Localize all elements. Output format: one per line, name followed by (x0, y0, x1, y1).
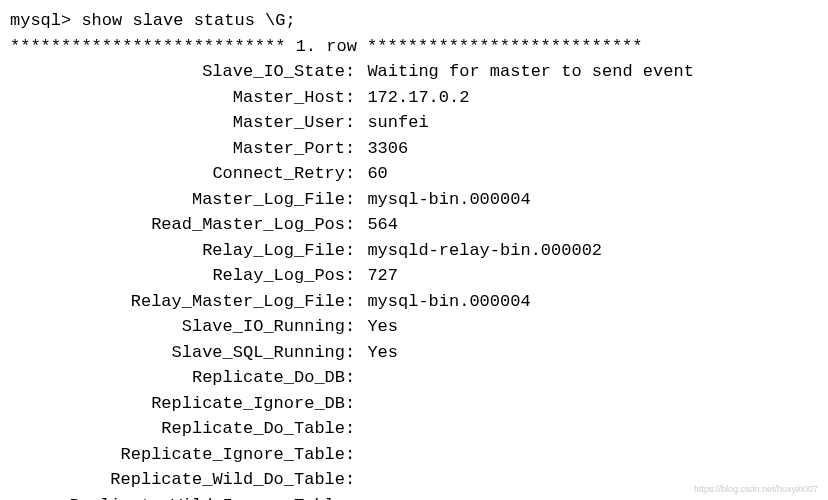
status-row: Master_Log_File: mysql-bin.000004 (10, 187, 818, 213)
status-key: Master_Log_File (10, 187, 345, 213)
status-separator: : (345, 110, 367, 136)
status-separator: : (345, 340, 367, 366)
status-value: sunfei (367, 110, 428, 136)
status-key: Connect_Retry (10, 161, 345, 187)
watermark: https://blog.csdn.net/huxyin007 (694, 483, 818, 497)
status-value: 60 (367, 161, 387, 187)
status-row: Slave_IO_Running: Yes (10, 314, 818, 340)
status-separator: : (345, 391, 367, 417)
status-separator: : (345, 493, 367, 501)
status-key: Relay_Log_File (10, 238, 345, 264)
status-key: Replicate_Wild_Do_Table (10, 467, 345, 493)
status-fields: Slave_IO_State: Waiting for master to se… (10, 59, 818, 500)
status-row: Slave_IO_State: Waiting for master to se… (10, 59, 818, 85)
status-separator: : (345, 289, 367, 315)
status-separator: : (345, 212, 367, 238)
status-value: 727 (367, 263, 398, 289)
status-separator: : (345, 263, 367, 289)
status-value: 172.17.0.2 (367, 85, 469, 111)
status-key: Slave_IO_Running (10, 314, 345, 340)
status-key: Master_User (10, 110, 345, 136)
status-value: 3306 (367, 136, 408, 162)
status-separator: : (345, 365, 367, 391)
status-row: Replicate_Ignore_Table: (10, 442, 818, 468)
status-separator: : (345, 238, 367, 264)
status-key: Relay_Log_Pos (10, 263, 345, 289)
status-row: Relay_Log_File: mysqld-relay-bin.000002 (10, 238, 818, 264)
status-value: Yes (367, 340, 398, 366)
status-separator: : (345, 136, 367, 162)
command-text: show slave status \G; (81, 11, 295, 30)
status-value: 564 (367, 212, 398, 238)
prompt: mysql> (10, 11, 81, 30)
status-separator: : (345, 85, 367, 111)
status-value: mysql-bin.000004 (367, 187, 530, 213)
status-row: Master_User: sunfei (10, 110, 818, 136)
status-key: Read_Master_Log_Pos (10, 212, 345, 238)
status-row: Replicate_Do_DB: (10, 365, 818, 391)
status-separator: : (345, 442, 367, 468)
status-separator: : (345, 187, 367, 213)
status-key: Replicate_Ignore_Table (10, 442, 345, 468)
status-row: Relay_Log_Pos: 727 (10, 263, 818, 289)
status-separator: : (345, 467, 367, 493)
status-value: Yes (367, 314, 398, 340)
status-separator: : (345, 59, 367, 85)
status-key: Master_Port (10, 136, 345, 162)
row-separator: *************************** 1. row *****… (10, 34, 818, 60)
status-key: Slave_SQL_Running (10, 340, 345, 366)
command-line[interactable]: mysql> show slave status \G; (10, 8, 818, 34)
status-row: Slave_SQL_Running: Yes (10, 340, 818, 366)
status-key: Master_Host (10, 85, 345, 111)
status-separator: : (345, 314, 367, 340)
status-row: Master_Port: 3306 (10, 136, 818, 162)
status-key: Replicate_Ignore_DB (10, 391, 345, 417)
status-value: mysql-bin.000004 (367, 289, 530, 315)
status-separator: : (345, 416, 367, 442)
status-row: Read_Master_Log_Pos: 564 (10, 212, 818, 238)
status-value: mysqld-relay-bin.000002 (367, 238, 602, 264)
status-row: Replicate_Ignore_DB: (10, 391, 818, 417)
status-row: Master_Host: 172.17.0.2 (10, 85, 818, 111)
status-separator: : (345, 161, 367, 187)
status-key: Slave_IO_State (10, 59, 345, 85)
status-row: Connect_Retry: 60 (10, 161, 818, 187)
status-key: Relay_Master_Log_File (10, 289, 345, 315)
status-value: Waiting for master to send event (367, 59, 693, 85)
status-row: Relay_Master_Log_File: mysql-bin.000004 (10, 289, 818, 315)
status-key: Replicate_Do_DB (10, 365, 345, 391)
status-key: Replicate_Wild_Ignore_Table (10, 493, 345, 501)
status-key: Replicate_Do_Table (10, 416, 345, 442)
status-row: Replicate_Do_Table: (10, 416, 818, 442)
